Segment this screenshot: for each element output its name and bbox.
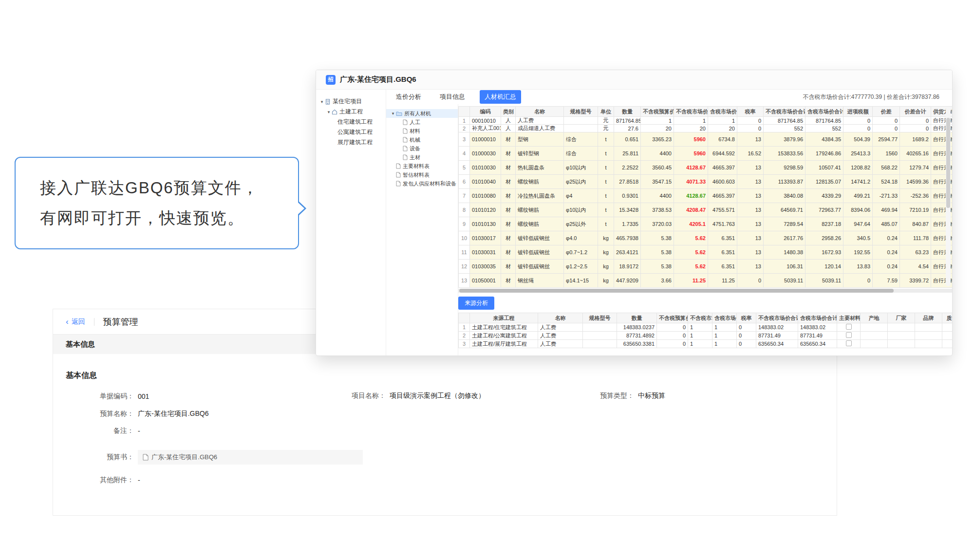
horizontal-scrollbar-thumb[interactable] <box>459 289 894 293</box>
project-tree-item-3[interactable]: 公寓建筑工程 <box>316 127 386 137</box>
table-row[interactable]: 1001030017材镀锌低碳钢丝φ4.0kg465.79385.385.626… <box>459 231 953 245</box>
table-row[interactable]: 1土建工程/住宅建筑工程人工费148383.02370110148383.021… <box>459 323 953 332</box>
table-cell: 3547.15 <box>641 175 674 189</box>
table-row[interactable]: 1301050001材钢丝绳φ14.1~15kg447.92093.6611.2… <box>459 274 953 288</box>
project-tree-item-2[interactable]: 住宅建筑工程 <box>316 117 386 127</box>
home-icon <box>332 109 337 115</box>
main-material-checkbox[interactable] <box>846 332 852 338</box>
table-cell: kg <box>598 245 614 260</box>
column-header: 质量 <box>942 313 953 323</box>
table-cell: 447.9209 <box>614 274 641 288</box>
tree-item-label: 所有人材机 <box>404 110 431 117</box>
table-row[interactable]: 2补充人工001人成品烟道人工费元27.62020200552552000自行采… <box>459 125 953 132</box>
table-cell: 土建工程/展厅建筑工程 <box>470 340 538 348</box>
table-row[interactable]: 1101030031材镀锌低碳钢丝φ0.7~1.2kg263.41215.385… <box>459 245 953 260</box>
table-cell: 4 <box>459 147 470 161</box>
table-cell: 3879.96 <box>764 132 805 147</box>
table-row[interactable]: 301000010材型钢综合t0.6513365.2359606734.8133… <box>459 132 953 147</box>
table-cell: 263.4121 <box>614 245 641 260</box>
table-row[interactable]: 1201030035材镀锌低碳钢丝φ1.2~2.5kg18.91725.385.… <box>459 260 953 274</box>
table-cell: 635650.3381 <box>617 340 657 348</box>
table-cell: 14599.36 <box>900 175 931 189</box>
bill-code-value: 001 <box>138 392 149 400</box>
category-tree-item-8[interactable]: 发包人供应材料和设备 <box>386 179 458 188</box>
budget-book-file[interactable]: 广东-某住宅项目.GBQ6 <box>138 450 363 465</box>
category-tree-item-4[interactable]: 设备 <box>386 144 458 153</box>
category-tree-item-3[interactable]: 机械 <box>386 135 458 144</box>
table-cell: 0 <box>843 117 873 125</box>
folder-icon <box>396 111 402 116</box>
table-cell: 5039.11 <box>764 274 805 288</box>
column-header: 数量 <box>617 313 657 323</box>
table-row[interactable]: 601010040材螺纹钢筋φ25以内t27.85183547.154071.3… <box>459 175 953 189</box>
tab-2[interactable]: 人材机汇总 <box>480 90 521 104</box>
table-row[interactable]: 100010010人人工费元871764.8511110871764.85871… <box>459 117 953 125</box>
back-button[interactable]: ‹ 返回 <box>66 317 85 326</box>
tab-1[interactable]: 项目信息 <box>436 91 469 103</box>
table-cell: 13.83 <box>843 260 873 274</box>
table-cell: 0.24 <box>873 245 900 260</box>
table-cell: 镀锌型钢 <box>516 147 564 161</box>
table-cell: 13 <box>737 260 764 274</box>
table-row[interactable]: 701010080材冷拉热轧圆盘条φ4t0.930144004128.67466… <box>459 189 953 203</box>
table-cell: 钢丝绳 <box>516 274 564 288</box>
project-tree-item-4[interactable]: 展厅建筑工程 <box>316 137 386 148</box>
table-row[interactable]: 901010130材螺纹钢筋φ25以外t1.73353720.034205.14… <box>459 217 953 231</box>
main-material-checkbox[interactable] <box>846 324 852 330</box>
table-cell: 7 <box>459 189 470 203</box>
horizontal-scrollbar[interactable] <box>458 289 952 293</box>
table-cell: 120.14 <box>805 260 843 274</box>
column-header: 不含税市场价合计 <box>764 107 805 117</box>
project-tree-item-1[interactable]: ▾土建工程 <box>316 107 386 117</box>
table-cell: 2958.26 <box>805 231 843 245</box>
table-cell: 148383.02 <box>756 323 798 332</box>
table-cell: 0 <box>657 323 688 332</box>
table-cell: 螺纹钢筋 <box>516 217 564 231</box>
table-cell: 504.39 <box>843 132 873 147</box>
table-cell: 01000010 <box>470 132 501 147</box>
category-tree-item-5[interactable]: 主材 <box>386 153 458 162</box>
tab-0[interactable]: 造价分析 <box>392 91 425 103</box>
category-tree-item-6[interactable]: 主要材料表 <box>386 162 458 170</box>
table-cell: t <box>598 203 614 217</box>
table-cell: 4665.397 <box>708 189 737 203</box>
source-analysis-button[interactable]: 来源分析 <box>458 297 494 310</box>
table-row[interactable]: 3土建工程/展厅建筑工程人工费635650.33810110635650.346… <box>459 340 953 348</box>
vertical-scrollbar[interactable] <box>946 107 951 286</box>
table-cell: 1689.2 <box>900 132 931 147</box>
table-cell: 4128.67 <box>674 161 708 175</box>
table-row[interactable]: 2土建工程/公寓建筑工程人工费87731.4892011087731.49877… <box>459 332 953 340</box>
tree-expand-arrow-icon[interactable]: ▾ <box>326 110 332 114</box>
vertical-scrollbar-thumb[interactable] <box>946 118 950 208</box>
table-cell: 综合 <box>564 132 598 147</box>
table-cell: 552 <box>805 125 843 132</box>
table-row[interactable]: 501010030材热轧圆盘条φ10以内t2.25223560.454128.6… <box>459 161 953 175</box>
table-row[interactable]: 401000030材镀锌型钢综合t25.811440059606944.5921… <box>459 147 953 161</box>
main-material-checkbox[interactable] <box>846 340 852 346</box>
back-chevron-icon: ‹ <box>66 317 69 326</box>
table-cell: 00010010 <box>470 117 501 125</box>
table-cell: 113393.87 <box>764 175 805 189</box>
back-label: 返回 <box>72 317 85 326</box>
building-icon <box>325 99 331 105</box>
column-header <box>459 313 470 323</box>
column-header: 厂家 <box>888 313 915 323</box>
table-cell <box>942 323 953 332</box>
table-cell: 148383.0237 <box>617 323 657 332</box>
table-cell: 72963.77 <box>805 203 843 217</box>
table-cell: 11 <box>459 245 470 260</box>
gbq6-preview-window: 招 广东-某住宅项目.GBQ6 ▾某住宅项目▾土建工程住宅建筑工程公寓建筑工程展… <box>316 70 953 356</box>
table-cell: 3840.08 <box>764 189 805 203</box>
column-header: 产地 <box>861 313 888 323</box>
project-tree-item-0[interactable]: ▾某住宅项目 <box>316 96 386 107</box>
category-tree-item-7[interactable]: 暂估材料表 <box>386 170 458 179</box>
tree-expand-arrow-icon[interactable]: ▾ <box>319 99 325 104</box>
category-tree-item-1[interactable]: 人工 <box>386 118 458 127</box>
table-cell: 1 <box>712 323 737 332</box>
table-cell: 12 <box>459 260 470 274</box>
table-row[interactable]: 801010120材螺纹钢筋φ10以内t15.34283738.534208.4… <box>459 203 953 217</box>
category-tree-item-0[interactable]: ▾所有人材机 <box>386 109 458 118</box>
tree-expand-arrow-icon[interactable]: ▾ <box>390 111 396 116</box>
table-cell: φ25以内 <box>564 175 598 189</box>
category-tree-item-2[interactable]: 材料 <box>386 127 458 135</box>
